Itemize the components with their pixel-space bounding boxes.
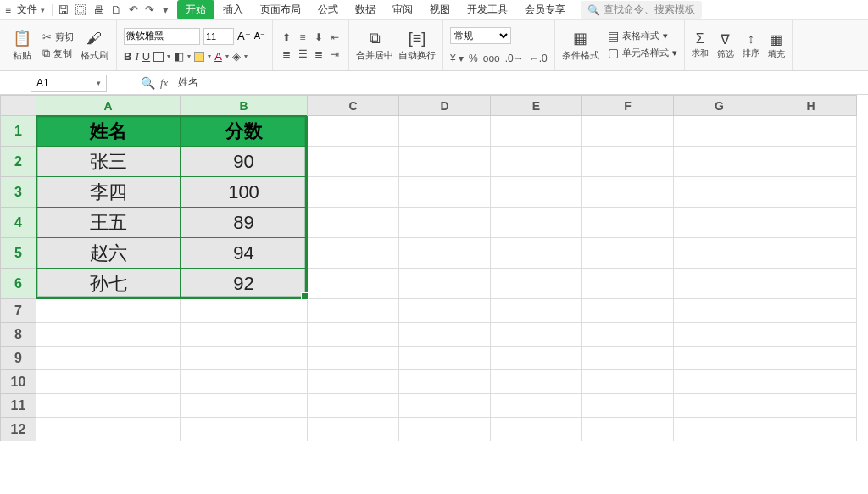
cell-A5[interactable]: 赵六: [36, 238, 181, 269]
tab-0[interactable]: 开始: [177, 0, 214, 19]
underline-button[interactable]: U: [142, 50, 150, 63]
align-left-icon[interactable]: ≣: [280, 48, 293, 60]
cell-A9[interactable]: [36, 347, 181, 370]
cell-C9[interactable]: [308, 347, 399, 370]
cell-F11[interactable]: [582, 394, 674, 418]
cell-F8[interactable]: [582, 323, 674, 347]
cell-E9[interactable]: [491, 347, 582, 370]
italic-button[interactable]: I: [135, 50, 138, 64]
table-style-button[interactable]: ▤表格样式▾: [608, 29, 677, 42]
cell-A2[interactable]: 张三: [36, 147, 181, 177]
cell-A6[interactable]: 孙七: [36, 269, 181, 299]
align-right-icon[interactable]: ≣: [312, 48, 326, 60]
cell-shape-more-icon[interactable]: ▾: [187, 53, 191, 60]
row-header-11[interactable]: 11: [1, 394, 36, 418]
col-header-E[interactable]: E: [491, 96, 582, 116]
cell-B4[interactable]: 89: [181, 208, 308, 238]
cell-D7[interactable]: [399, 299, 491, 323]
cell-C1[interactable]: [308, 116, 399, 147]
cell-B3[interactable]: 100: [181, 177, 308, 208]
cell-B1[interactable]: 分数: [181, 116, 308, 147]
cell-A3[interactable]: 李四: [36, 177, 181, 208]
cell-G10[interactable]: [674, 370, 765, 394]
cell-C7[interactable]: [308, 299, 399, 323]
grid[interactable]: ABCDEFGH1姓名分数2张三903李四1004王五895赵六946孙七927…: [0, 95, 857, 441]
cell-F10[interactable]: [582, 370, 674, 394]
cell-A4[interactable]: 王五: [36, 208, 181, 238]
cell-D8[interactable]: [399, 323, 491, 347]
qat-more-icon[interactable]: ▾: [163, 3, 169, 16]
effects-more-icon[interactable]: ▾: [244, 53, 248, 60]
cell-D10[interactable]: [399, 370, 491, 394]
cell-F6[interactable]: [582, 269, 674, 299]
row-header-4[interactable]: 4: [1, 208, 36, 238]
cell-B12[interactable]: [181, 418, 308, 441]
cell-F1[interactable]: [582, 116, 674, 147]
cell-C2[interactable]: [308, 147, 399, 177]
cell-G3[interactable]: [674, 177, 765, 208]
fx-icon[interactable]: fx: [160, 76, 168, 90]
cell-C6[interactable]: [308, 269, 399, 299]
cell-A1[interactable]: 姓名: [36, 116, 181, 147]
cell-H9[interactable]: [765, 347, 857, 370]
fill-button[interactable]: ▦填充: [768, 31, 785, 60]
cell-B6[interactable]: 92: [181, 269, 308, 299]
copy-button[interactable]: ⧉复制: [42, 47, 74, 60]
col-header-G[interactable]: G: [674, 96, 765, 116]
cell-H10[interactable]: [765, 370, 857, 394]
border-button[interactable]: [153, 52, 164, 62]
row-header-8[interactable]: 8: [1, 323, 36, 347]
tab-4[interactable]: 数据: [347, 0, 384, 19]
cell-F9[interactable]: [582, 347, 674, 370]
row-header-9[interactable]: 9: [1, 347, 36, 370]
cell-F2[interactable]: [582, 147, 674, 177]
cell-B7[interactable]: [181, 299, 308, 323]
cell-A12[interactable]: [36, 418, 181, 441]
row-header-3[interactable]: 3: [1, 177, 36, 208]
cell-B2[interactable]: 90: [181, 147, 308, 177]
formula-text[interactable]: 姓名: [178, 75, 198, 90]
sort-button[interactable]: ↕排序: [743, 31, 760, 59]
cell-D11[interactable]: [399, 394, 491, 418]
col-header-C[interactable]: C: [308, 96, 399, 116]
cell-E12[interactable]: [491, 418, 582, 441]
cell-G9[interactable]: [674, 347, 765, 370]
cell-E7[interactable]: [491, 299, 582, 323]
cell-B11[interactable]: [181, 394, 308, 418]
currency-icon[interactable]: ¥ ▾: [450, 53, 464, 64]
align-middle-icon[interactable]: ≡: [296, 31, 309, 43]
file-menu[interactable]: ≡ 文件 ▾: [3, 3, 47, 17]
col-header-D[interactable]: D: [399, 96, 491, 116]
row-header-2[interactable]: 2: [1, 147, 36, 177]
format-painter-button[interactable]: 🖌 格式刷: [79, 30, 109, 62]
increase-font-icon[interactable]: A⁺: [237, 30, 251, 42]
cell-H7[interactable]: [765, 299, 857, 323]
font-color-button[interactable]: A: [214, 50, 222, 63]
col-header-B[interactable]: B: [181, 96, 308, 116]
align-center-icon[interactable]: ☰: [296, 48, 309, 60]
dec-inc-icon[interactable]: .0→: [505, 53, 524, 64]
cell-D1[interactable]: [399, 116, 491, 147]
cond-format-button[interactable]: ▦ 条件格式: [562, 29, 599, 62]
cell-H4[interactable]: [765, 208, 857, 238]
cell-H8[interactable]: [765, 323, 857, 347]
cell-B10[interactable]: [181, 370, 308, 394]
cell-E4[interactable]: [491, 208, 582, 238]
cell-E2[interactable]: [491, 147, 582, 177]
cell-D3[interactable]: [399, 177, 491, 208]
cell-E5[interactable]: [491, 238, 582, 269]
cell-C11[interactable]: [308, 394, 399, 418]
cell-D9[interactable]: [399, 347, 491, 370]
font-name-select[interactable]: [124, 28, 200, 45]
name-box[interactable]: A1 ▾: [31, 75, 107, 92]
search-box[interactable]: 🔍 查找命令、搜索模板: [581, 1, 702, 19]
cell-E3[interactable]: [491, 177, 582, 208]
cell-E8[interactable]: [491, 323, 582, 347]
cut-button[interactable]: ✂剪切: [42, 31, 74, 43]
row-header-12[interactable]: 12: [1, 418, 36, 441]
cell-style-button[interactable]: ▢单元格样式▾: [608, 46, 677, 59]
align-bottom-icon[interactable]: ⬇: [312, 31, 326, 43]
cell-G5[interactable]: [674, 238, 765, 269]
cell-D4[interactable]: [399, 208, 491, 238]
cell-shape-icon[interactable]: ◧: [174, 50, 184, 63]
